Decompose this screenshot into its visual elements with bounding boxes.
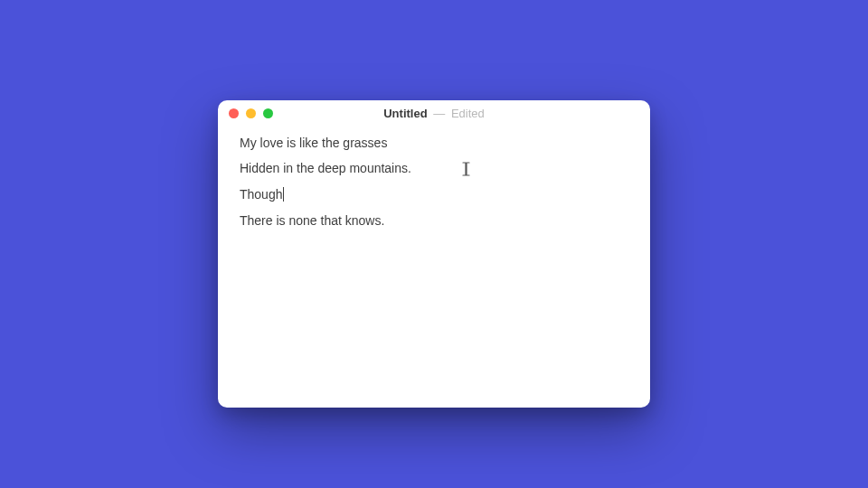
titlebar: Untitled — Edited bbox=[218, 100, 650, 126]
editor-line[interactable]: Though bbox=[240, 187, 628, 202]
text-caret bbox=[283, 187, 284, 202]
editor-line[interactable]: My love is like the grasses bbox=[240, 136, 628, 149]
close-icon[interactable] bbox=[229, 108, 239, 118]
zoom-icon[interactable] bbox=[263, 108, 273, 118]
title-separator: — bbox=[433, 107, 445, 120]
editor-line[interactable]: There is none that knows. bbox=[240, 214, 628, 227]
text-editor[interactable]: My love is like the grassesHidden in the… bbox=[240, 136, 628, 389]
document-state: Edited bbox=[451, 107, 485, 120]
minimize-icon[interactable] bbox=[246, 108, 256, 118]
window-controls bbox=[229, 108, 273, 118]
document-title: Untitled bbox=[383, 107, 427, 120]
app-window: Untitled — Edited My love is like the gr… bbox=[218, 100, 650, 408]
window-title: Untitled — Edited bbox=[218, 101, 650, 127]
editor-line[interactable]: Hidden in the deep mountains. bbox=[240, 162, 628, 174]
